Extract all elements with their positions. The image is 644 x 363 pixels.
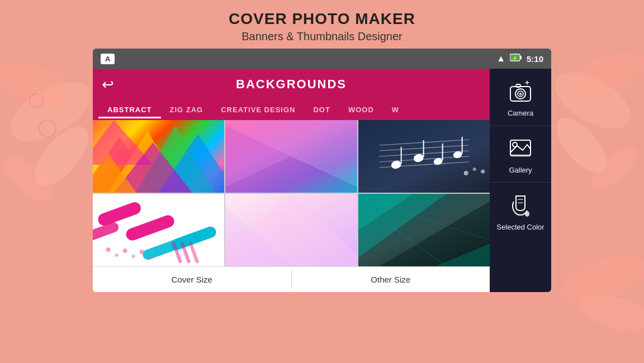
svg-point-0 <box>1 70 101 153</box>
signal-icon: ▲ <box>496 54 505 64</box>
gallery-icon <box>506 133 535 163</box>
battery-icon: ⚡ <box>510 54 522 64</box>
tab-zig-zag[interactable]: ZIG ZAG <box>161 100 212 118</box>
sidebar-selected-color[interactable]: Selected Color <box>490 183 551 239</box>
svg-point-53 <box>123 249 127 253</box>
gallery-label: Gallery <box>509 166 532 174</box>
bg-thumbnail-2[interactable] <box>225 120 357 193</box>
svg-point-11 <box>576 288 644 337</box>
bg-thumbnail-3[interactable] <box>358 120 490 193</box>
tab-w[interactable]: W <box>383 100 408 118</box>
cover-size-button[interactable]: Cover Size <box>93 267 291 292</box>
svg-rect-14 <box>520 56 522 59</box>
bg-thumbnail-1[interactable] <box>93 120 224 193</box>
svg-point-2 <box>25 118 98 195</box>
svg-point-1 <box>0 52 77 116</box>
tab-wood[interactable]: WOOD <box>339 100 383 118</box>
app-header: COVER PHOTO MAKER Banners & Thumbnails D… <box>0 0 644 49</box>
svg-point-10 <box>555 246 644 313</box>
svg-point-4 <box>39 120 56 137</box>
status-bar: A ▲ ⚡ 5:10 <box>93 49 551 69</box>
svg-point-52 <box>115 254 119 257</box>
status-time: 5:10 <box>527 54 543 64</box>
svg-point-54 <box>132 255 135 258</box>
app-subtitle: Banners & Thumbnails Designer <box>0 30 644 43</box>
svg-point-51 <box>106 247 111 252</box>
tabs-bar: ABSTRACT ZIG ZAG CREATIVE DESIGN DOT WOO… <box>93 100 490 120</box>
status-right: ▲ ⚡ 5:10 <box>496 54 543 64</box>
top-bar: ↩ BACKGROUNDS <box>93 69 490 100</box>
tab-creative-design[interactable]: CREATIVE DESIGN <box>212 100 304 118</box>
svg-rect-73 <box>516 84 520 87</box>
app-content: ↩ BACKGROUNDS ABSTRACT ZIG ZAG CREATIVE … <box>93 69 551 292</box>
sidebar-camera[interactable]: Camera <box>490 69 551 126</box>
phone-frame: A ▲ ⚡ 5:10 ↩ BACKGROUNDS <box>93 49 551 292</box>
selected-color-label: Selected Color <box>496 223 544 231</box>
camera-icon <box>506 77 535 106</box>
svg-point-55 <box>140 250 144 254</box>
svg-point-44 <box>481 170 485 174</box>
svg-point-43 <box>472 168 476 171</box>
svg-point-56 <box>149 256 152 260</box>
back-button[interactable]: ↩ <box>102 76 114 93</box>
svg-point-6 <box>546 61 640 140</box>
tab-abstract[interactable]: ABSTRACT <box>98 100 161 118</box>
bg-thumbnail-4[interactable] <box>93 194 224 266</box>
app-title: COVER PHOTO MAKER <box>0 10 644 28</box>
other-size-button[interactable]: Other Size <box>292 267 490 292</box>
svg-point-77 <box>525 211 529 217</box>
screen-title: BACKGROUNDS <box>236 77 347 92</box>
bottom-bar: Cover Size Other Size <box>93 266 490 292</box>
status-a-label: A <box>101 54 115 64</box>
svg-point-5 <box>30 94 43 107</box>
tab-dot[interactable]: DOT <box>304 100 339 118</box>
svg-point-8 <box>548 109 615 181</box>
svg-point-42 <box>463 171 468 175</box>
svg-point-3 <box>0 148 60 209</box>
bg-thumbnail-6[interactable] <box>358 194 490 266</box>
camera-label: Camera <box>508 109 533 117</box>
svg-text:⚡: ⚡ <box>512 55 518 61</box>
bg-thumbnail-5[interactable] <box>225 194 357 266</box>
svg-point-75 <box>513 142 517 147</box>
svg-point-7 <box>569 44 644 102</box>
right-sidebar: Camera Gallery <box>490 69 551 292</box>
main-content: ↩ BACKGROUNDS ABSTRACT ZIG ZAG CREATIVE … <box>93 69 490 292</box>
svg-point-9 <box>586 140 644 195</box>
background-grid <box>93 120 490 266</box>
sidebar-gallery[interactable]: Gallery <box>490 126 551 183</box>
color-icon <box>506 190 535 219</box>
